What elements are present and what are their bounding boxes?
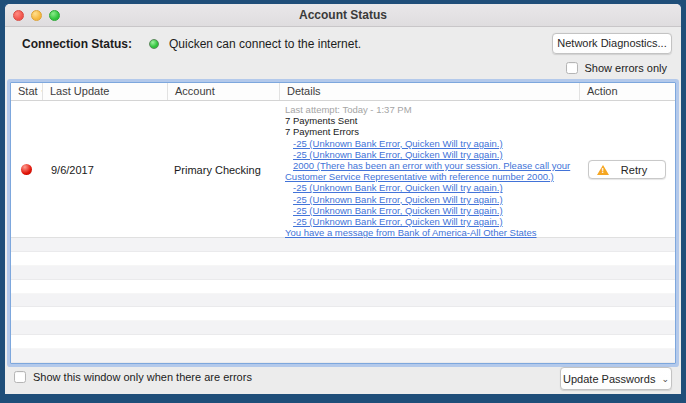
- show-errors-only-control[interactable]: Show errors only: [566, 62, 667, 74]
- last-update-cell: 9/6/2017: [42, 101, 167, 238]
- empty-table-row: [11, 335, 675, 349]
- chevron-down-icon: ⌄: [661, 374, 669, 384]
- account-status-table: Stat▼ Last Update Account Details Action…: [10, 82, 676, 364]
- detail-link[interactable]: -25 (Unknown Bank Error, Quicken Will tr…: [285, 194, 577, 205]
- title-bar: Account Status: [5, 4, 681, 27]
- warning-icon: [597, 165, 609, 175]
- table-header: Stat▼ Last Update Account Details Action: [11, 83, 675, 101]
- detail-link[interactable]: -25 (Unknown Bank Error, Quicken Will tr…: [285, 205, 577, 216]
- retry-button-label: Retry: [609, 164, 665, 176]
- detail-text: 7 Payment Errors: [285, 126, 577, 137]
- empty-table-row: [11, 321, 675, 335]
- table-row[interactable]: 9/6/2017 Primary Checking Last attempt: …: [11, 101, 675, 238]
- connection-status-text: Quicken can connect to the internet.: [169, 37, 361, 51]
- show-errors-only-label: Show errors only: [584, 62, 667, 74]
- detail-link[interactable]: 2000 (There has been an error with your …: [285, 160, 577, 182]
- update-passwords-label: Update Passwords: [563, 373, 655, 385]
- empty-table-row: [11, 238, 675, 252]
- column-header-stat[interactable]: Stat▼: [11, 83, 42, 100]
- column-header-details[interactable]: Details: [279, 83, 579, 100]
- connection-status-label: Connection Status:: [22, 37, 132, 51]
- detail-link[interactable]: -25 (Unknown Bank Error, Quicken Will tr…: [285, 149, 577, 160]
- empty-table-row: [11, 294, 675, 308]
- empty-rows: [11, 238, 675, 363]
- connection-status-row: Connection Status: Quicken can connect t…: [22, 32, 361, 56]
- show-window-only-label: Show this window only when there are err…: [33, 371, 252, 383]
- empty-table-row: [11, 252, 675, 266]
- window-title: Account Status: [5, 4, 681, 27]
- account-cell: Primary Checking: [167, 101, 279, 238]
- empty-table-row: [11, 307, 675, 321]
- empty-table-row: [11, 349, 675, 363]
- retry-button[interactable]: Retry: [588, 160, 666, 179]
- column-header-last-update[interactable]: Last Update: [42, 83, 167, 100]
- column-header-account[interactable]: Account: [167, 83, 279, 100]
- show-window-only-checkbox[interactable]: [14, 371, 26, 383]
- error-status-icon: [21, 164, 32, 175]
- empty-table-row: [11, 280, 675, 294]
- detail-text: Last attempt: Today - 1:37 PM: [285, 104, 577, 115]
- show-window-only-control[interactable]: Show this window only when there are err…: [14, 371, 252, 383]
- detail-link[interactable]: -25 (Unknown Bank Error, Quicken Will tr…: [285, 138, 577, 149]
- show-errors-only-checkbox[interactable]: [566, 62, 578, 74]
- action-cell: Retry: [579, 101, 675, 238]
- detail-link[interactable]: -25 (Unknown Bank Error, Quicken Will tr…: [285, 182, 577, 193]
- column-header-action[interactable]: Action: [579, 83, 675, 100]
- screenshot-frame: Account Status Connection Status: Quicke…: [0, 0, 686, 403]
- details-lines: Last attempt: Today - 1:37 PM7 Payments …: [279, 101, 579, 238]
- network-diagnostics-button[interactable]: Network Diagnostics...: [552, 33, 672, 54]
- detail-text: 7 Payments Sent: [285, 115, 577, 126]
- detail-link[interactable]: -25 (Unknown Bank Error, Quicken Will tr…: [285, 216, 577, 227]
- update-passwords-button[interactable]: Update Passwords ⌄: [560, 367, 672, 390]
- detail-link[interactable]: You have a message from Bank of America-…: [285, 227, 577, 238]
- connection-ok-icon: [149, 39, 159, 49]
- account-status-window: Account Status Connection Status: Quicke…: [5, 4, 681, 394]
- status-cell: [11, 101, 42, 238]
- empty-table-row: [11, 266, 675, 280]
